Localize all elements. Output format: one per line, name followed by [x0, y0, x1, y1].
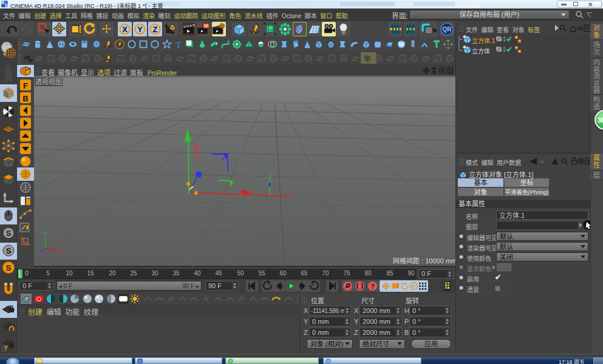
svg-text:B: B — [22, 94, 28, 103]
svg-text:S: S — [6, 246, 12, 255]
svg-text:X: X — [60, 248, 64, 254]
svg-text:W: W — [398, 41, 404, 48]
svg-text:F: F — [23, 81, 28, 90]
svg-text:?: ? — [370, 283, 375, 290]
svg-text:Z: Z — [153, 25, 158, 34]
svg-text:S: S — [6, 229, 12, 238]
svg-text:Y: Y — [137, 25, 143, 34]
svg-text:T: T — [175, 40, 182, 50]
svg-text:X: X — [122, 25, 128, 34]
svg-text:P: P — [412, 284, 416, 289]
svg-text:QR: QR — [443, 26, 452, 33]
svg-text:S: S — [6, 263, 12, 272]
svg-text:Y: Y — [44, 231, 47, 237]
